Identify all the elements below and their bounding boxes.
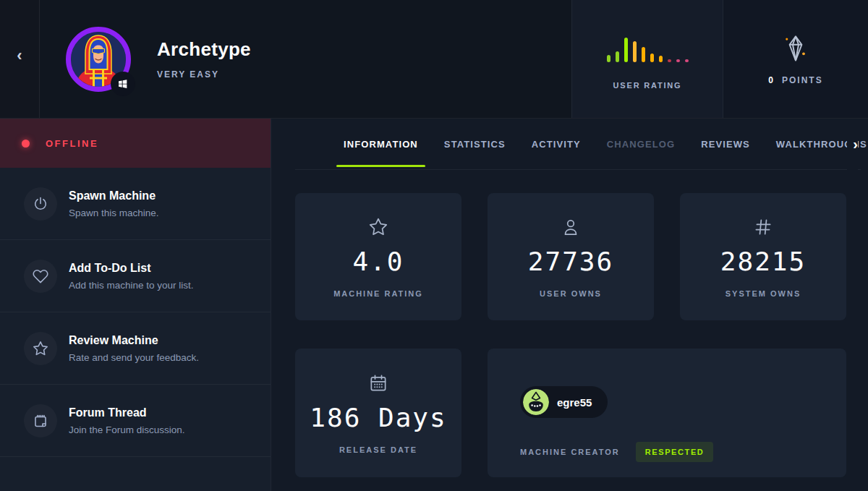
user-owns-value: 27736 bbox=[528, 247, 613, 276]
machine-rating-label: MACHINE RATING bbox=[333, 289, 423, 298]
star-icon bbox=[24, 332, 57, 365]
user-rating-section: USER RATING bbox=[571, 0, 723, 118]
machine-profile-header: Archetype VERY EASY bbox=[40, 0, 571, 118]
creator-label: MACHINE CREATOR bbox=[520, 448, 620, 456]
release-date-value: 186 Days bbox=[310, 403, 446, 432]
machine-profile-page: ‹ bbox=[0, 0, 868, 491]
machine-name: Archetype bbox=[157, 38, 251, 61]
user-owns-card: 27736 USER OWNS bbox=[488, 193, 654, 320]
sidebar-item-subtitle: Rate and send your feedback. bbox=[69, 352, 199, 363]
points-line: 0POINTS bbox=[768, 75, 822, 85]
tab-statistics[interactable]: STATISTICS bbox=[444, 119, 506, 170]
machine-creator-card: egre55 MACHINE CREATOR RESPECTED bbox=[488, 349, 846, 477]
sidebar-item-subtitle: Add this machine to your list. bbox=[69, 280, 194, 291]
chevron-left-icon[interactable]: ‹ bbox=[17, 48, 22, 118]
sidebar-item-subtitle: Join the Forum discussion. bbox=[69, 424, 185, 435]
sidebar-item-title: Forum Thread bbox=[69, 406, 185, 419]
system-owns-label: SYSTEM OWNS bbox=[726, 289, 801, 298]
release-date-card: 186 Days RELEASE DATE bbox=[295, 349, 461, 477]
system-owns-value: 28215 bbox=[720, 247, 806, 276]
creator-name: egre55 bbox=[557, 396, 592, 409]
tab-bar: INFORMATION STATISTICS ACTIVITY CHANGELO… bbox=[271, 119, 868, 170]
rating-bar bbox=[607, 55, 610, 62]
machine-difficulty: VERY EASY bbox=[157, 69, 251, 80]
status-label: OFFLINE bbox=[46, 138, 98, 149]
sidebar-item-review-machine[interactable]: Review Machine Rate and send your feedba… bbox=[0, 312, 271, 385]
rating-bar bbox=[685, 59, 689, 62]
creator-avatar bbox=[523, 389, 549, 415]
machine-sidebar: OFFLINE Spawn Machine Spawn this machine… bbox=[0, 119, 271, 491]
points-value: 0 bbox=[768, 75, 775, 85]
user-owns-label: USER OWNS bbox=[540, 289, 602, 298]
respected-badge: RESPECTED bbox=[636, 442, 714, 462]
page-header: ‹ bbox=[0, 0, 868, 119]
sidebar-item-subtitle: Spawn this machine. bbox=[69, 208, 159, 218]
sidebar-item-forum-thread[interactable]: Forum Thread Join the Forum discussion. bbox=[0, 385, 271, 457]
windows-os-badge bbox=[111, 72, 135, 96]
machine-rating-card: 4.0 MACHINE RATING bbox=[295, 193, 461, 320]
sidebar-item-title: Review Machine bbox=[69, 334, 199, 347]
sidebar-item-title: Add To-Do List bbox=[69, 262, 194, 275]
rating-bar bbox=[668, 59, 671, 62]
points-label: POINTS bbox=[782, 75, 823, 85]
tab-information[interactable]: INFORMATION bbox=[344, 119, 418, 170]
release-date-label: RELEASE DATE bbox=[339, 445, 417, 454]
rating-bar bbox=[642, 47, 645, 62]
tab-activity[interactable]: ACTIVITY bbox=[532, 119, 581, 170]
points-section: 0POINTS bbox=[723, 0, 868, 118]
system-owns-card: 28215 SYSTEM OWNS bbox=[680, 193, 846, 320]
status-dot-icon bbox=[22, 140, 30, 148]
star-icon bbox=[367, 216, 389, 238]
sidebar-item-spawn-machine[interactable]: Spawn Machine Spawn this machine. bbox=[0, 168, 271, 240]
chevron-right-icon[interactable]: › bbox=[847, 119, 858, 170]
machine-avatar bbox=[66, 27, 131, 92]
status-banner: OFFLINE bbox=[0, 119, 271, 168]
main-content: INFORMATION STATISTICS ACTIVITY CHANGELO… bbox=[271, 119, 868, 491]
rating-bar bbox=[676, 59, 680, 62]
heart-icon bbox=[24, 260, 57, 293]
rating-bar bbox=[650, 54, 654, 62]
rating-bar bbox=[633, 41, 637, 62]
windows-logo-icon bbox=[117, 78, 129, 90]
user-rating-label: USER RATING bbox=[613, 81, 682, 90]
rating-bar bbox=[624, 38, 628, 62]
gem-icon bbox=[780, 33, 811, 64]
calendar-icon bbox=[367, 372, 389, 394]
power-icon bbox=[24, 187, 57, 221]
info-cards-grid: 4.0 MACHINE RATING 27736 USER OWNS bbox=[271, 170, 868, 477]
rating-bar bbox=[616, 51, 619, 62]
rating-bar bbox=[659, 56, 663, 62]
user-icon bbox=[560, 216, 582, 238]
user-rating-chart bbox=[607, 29, 689, 62]
sidebar-item-add-todo[interactable]: Add To-Do List Add this machine to your … bbox=[0, 240, 271, 312]
machine-rating-value: 4.0 bbox=[352, 247, 404, 276]
collapse-rail: ‹ bbox=[0, 0, 40, 118]
forum-icon bbox=[24, 404, 57, 437]
tab-reviews[interactable]: REVIEWS bbox=[701, 119, 750, 170]
machine-title-block: Archetype VERY EASY bbox=[157, 38, 251, 80]
hash-icon bbox=[752, 216, 774, 238]
creator-profile-pill[interactable]: egre55 bbox=[520, 386, 608, 418]
tab-changelog[interactable]: CHANGELOG bbox=[607, 119, 675, 170]
sidebar-item-title: Spawn Machine bbox=[69, 189, 159, 202]
